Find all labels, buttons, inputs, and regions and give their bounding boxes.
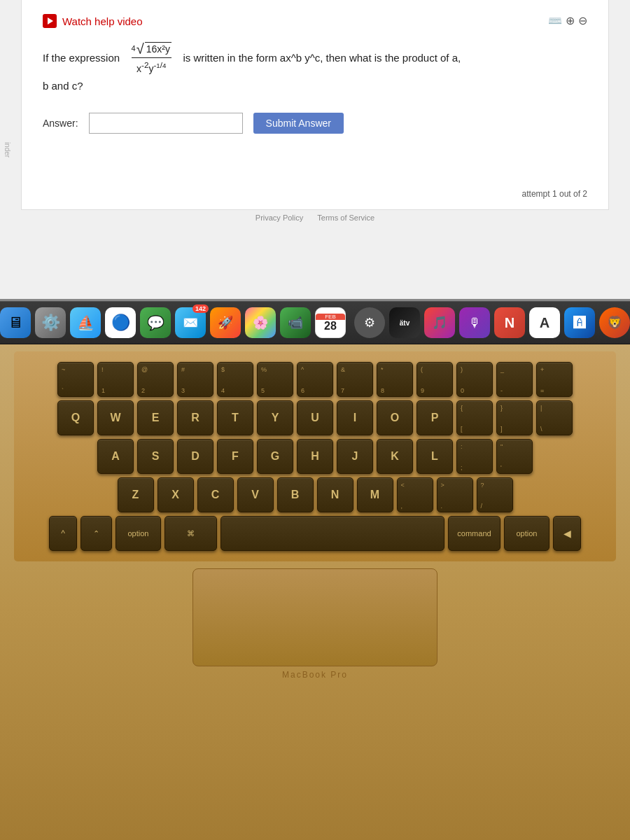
key-j[interactable]: J bbox=[337, 439, 373, 474]
appstore-icon: 🅰 bbox=[573, 316, 586, 330]
key-o[interactable]: O bbox=[377, 400, 413, 435]
dock-item-appstore[interactable]: 🅰 bbox=[564, 307, 595, 338]
key-v[interactable]: V bbox=[237, 477, 274, 512]
key-p[interactable]: P bbox=[416, 400, 453, 435]
key-q[interactable]: Q bbox=[57, 400, 94, 435]
question-suffix2: b and c? bbox=[43, 80, 83, 92]
answer-input[interactable] bbox=[89, 113, 243, 134]
key-h[interactable]: H bbox=[297, 439, 333, 474]
key-s[interactable]: S bbox=[137, 439, 174, 474]
key-right-bracket[interactable]: } ] bbox=[496, 400, 533, 435]
key-ctrl[interactable]: ⌃ bbox=[80, 516, 112, 551]
key-command-right[interactable]: command bbox=[448, 516, 500, 551]
key-n[interactable]: N bbox=[317, 477, 354, 512]
finder-label: inder bbox=[4, 141, 11, 157]
key-m[interactable]: M bbox=[357, 477, 393, 512]
answer-label: Answer: bbox=[43, 118, 78, 129]
key-3[interactable]: # 3 bbox=[177, 362, 214, 397]
key-1[interactable]: ! 1 bbox=[97, 362, 134, 397]
key-7[interactable]: & 7 bbox=[337, 362, 373, 397]
key-a[interactable]: A bbox=[97, 439, 134, 474]
key-8[interactable]: * 8 bbox=[377, 362, 413, 397]
trackpad[interactable] bbox=[192, 568, 438, 666]
key-y[interactable]: Y bbox=[257, 400, 293, 435]
key-i[interactable]: I bbox=[337, 400, 373, 435]
settings-icon: ⚙ bbox=[364, 315, 375, 330]
dock-item-brave[interactable]: 🦁 bbox=[599, 307, 630, 338]
finder-icon: 🖥 bbox=[8, 314, 23, 332]
key-x[interactable]: X bbox=[158, 477, 194, 512]
dock-item-systemprefs[interactable]: ⚙️ bbox=[35, 307, 66, 338]
appletv-icon: ätv bbox=[400, 319, 410, 327]
key-tilde[interactable]: ~ ` bbox=[57, 362, 94, 397]
key-row-modifiers: ^ ⌃ option ⌘ command option ◀ bbox=[21, 516, 609, 551]
watch-help-video-link[interactable]: Watch help video bbox=[43, 14, 587, 28]
dock-item-launchpad[interactable]: 🚀 bbox=[210, 307, 241, 338]
dock-item-podcasts[interactable]: 🎙 bbox=[459, 307, 490, 338]
zoom-in-icon[interactable]: ⊕ bbox=[566, 14, 575, 27]
dock-item-settings[interactable]: ⚙ bbox=[354, 307, 385, 338]
key-backslash[interactable]: | \ bbox=[536, 400, 573, 435]
key-semicolon[interactable]: : ; bbox=[456, 439, 493, 474]
play-icon bbox=[43, 14, 57, 28]
key-f[interactable]: F bbox=[217, 439, 253, 474]
dock-item-music[interactable]: 🎵 bbox=[424, 307, 455, 338]
key-l[interactable]: L bbox=[416, 439, 453, 474]
key-option-right[interactable]: option bbox=[504, 516, 550, 551]
dock-item-mail[interactable]: ✉️ 142 bbox=[175, 307, 206, 338]
key-k[interactable]: K bbox=[377, 439, 413, 474]
attempt-text: attempt 1 out of 2 bbox=[522, 189, 587, 199]
key-b[interactable]: B bbox=[277, 477, 314, 512]
dock-item-safari[interactable]: ⛵ bbox=[70, 307, 101, 338]
mail-icon: ✉️ bbox=[183, 315, 198, 330]
key-slash[interactable]: ? / bbox=[477, 477, 513, 512]
systemprefs-icon: ⚙️ bbox=[41, 314, 60, 332]
radical-content: 16x²y bbox=[145, 42, 172, 57]
key-r[interactable]: R bbox=[177, 400, 214, 435]
dock-item-photos[interactable]: 🌸 bbox=[245, 307, 276, 338]
mail-badge: 142 bbox=[192, 304, 209, 313]
dock-item-finder[interactable]: 🖥 bbox=[0, 307, 31, 338]
key-2[interactable]: @ 2 bbox=[137, 362, 174, 397]
dock-item-notion[interactable]: A bbox=[529, 307, 560, 338]
dock-item-calendar[interactable]: FEB 28 bbox=[315, 307, 346, 338]
dock-item-appletv[interactable]: ätv bbox=[389, 307, 420, 338]
key-arrow-left[interactable]: ◀ bbox=[553, 516, 581, 551]
dock: 🖥 ⚙️ ⛵ 🔵 💬 ✉️ 142 🚀 🌸 📹 FEB 28 ⚙ bbox=[0, 301, 630, 344]
key-quote[interactable]: " ' bbox=[496, 439, 533, 474]
dock-item-messages[interactable]: 💬 bbox=[140, 307, 171, 338]
zoom-out-icon[interactable]: ⊖ bbox=[578, 14, 587, 27]
dock-item-news[interactable]: N bbox=[494, 307, 525, 338]
key-space[interactable] bbox=[220, 516, 444, 551]
key-e[interactable]: E bbox=[137, 400, 174, 435]
key-period[interactable]: > . bbox=[437, 477, 473, 512]
key-c[interactable]: C bbox=[197, 477, 234, 512]
key-d[interactable]: D bbox=[177, 439, 214, 474]
key-left-bracket[interactable]: { [ bbox=[456, 400, 493, 435]
key-g[interactable]: G bbox=[257, 439, 293, 474]
key-z[interactable]: Z bbox=[118, 477, 154, 512]
key-4[interactable]: $ 4 bbox=[217, 362, 253, 397]
privacy-policy-link[interactable]: Privacy Policy bbox=[255, 214, 303, 222]
key-0[interactable]: ) 0 bbox=[456, 362, 493, 397]
key-5[interactable]: % 5 bbox=[257, 362, 293, 397]
key-minus[interactable]: _ - bbox=[496, 362, 533, 397]
dock-item-facetime[interactable]: 📹 bbox=[280, 307, 311, 338]
key-option-left[interactable]: option bbox=[115, 516, 161, 551]
key-row-qwerty: Q W E R T Y U I O P { [ } ] | \ bbox=[21, 400, 609, 435]
key-comma[interactable]: < , bbox=[397, 477, 433, 512]
key-w[interactable]: W bbox=[97, 400, 134, 435]
dock-item-chrome[interactable]: 🔵 bbox=[105, 307, 136, 338]
math-expression: 4 √ 16x²y x-2y-1/4 bbox=[129, 52, 178, 64]
key-u[interactable]: U bbox=[297, 400, 333, 435]
key-9[interactable]: ( 9 bbox=[416, 362, 453, 397]
photos-icon: 🌸 bbox=[253, 315, 268, 330]
key-equals[interactable]: + = bbox=[536, 362, 573, 397]
submit-button[interactable]: Submit Answer bbox=[253, 113, 344, 134]
radical-sign: √ bbox=[136, 42, 144, 56]
key-6[interactable]: ^ 6 bbox=[297, 362, 333, 397]
key-t[interactable]: T bbox=[217, 400, 253, 435]
key-command-left[interactable]: ⌘ bbox=[164, 516, 217, 551]
key-caret[interactable]: ^ bbox=[49, 516, 77, 551]
terms-of-service-link[interactable]: Terms of Service bbox=[317, 214, 374, 222]
